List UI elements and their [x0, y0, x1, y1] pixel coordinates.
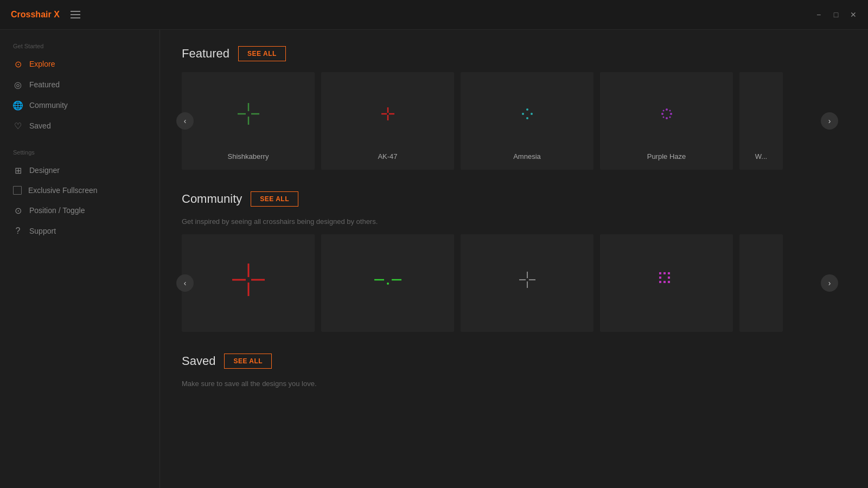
card-canvas: [182, 79, 315, 149]
card-canvas: [739, 79, 783, 149]
featured-see-all-button[interactable]: SEE ALL: [238, 46, 286, 61]
community-carousel: [182, 234, 846, 332]
svg-point-12: [666, 108, 668, 111]
svg-point-8: [526, 108, 528, 111]
sidebar: Get Started ⊙ Explore ◎ Featured 🌐 Commu…: [0, 30, 160, 488]
card-canvas: [600, 245, 733, 315]
support-icon: ?: [13, 226, 23, 236]
featured-carousel-wrapper: ‹ Shishkaberry: [182, 72, 846, 170]
community-title: Community: [182, 192, 242, 206]
partial-label: W...: [755, 149, 767, 164]
titlebar: Crosshair X − □ ✕: [0, 0, 868, 30]
svg-point-13: [666, 117, 668, 119]
sidebar-item-community-label: Community: [29, 101, 68, 110]
featured-prev-button[interactable]: ‹: [176, 112, 194, 130]
community-card-2[interactable]: [321, 234, 454, 332]
sidebar-item-support[interactable]: ? Support: [0, 221, 159, 241]
svg-rect-35: [659, 272, 661, 274]
featured-carousel: Shishkaberry AK-47: [182, 72, 846, 170]
sidebar-item-position[interactable]: ⊙ Position / Toggle: [0, 200, 159, 221]
card-canvas: [461, 245, 593, 315]
position-icon: ⊙: [13, 206, 23, 215]
amnesia-crosshair-svg: [511, 98, 544, 130]
sidebar-item-exclusive[interactable]: Exclusive Fullscreen: [0, 181, 159, 200]
sidebar-item-support-label: Support: [29, 227, 56, 235]
community-card-partial[interactable]: [739, 234, 783, 332]
sidebar-section-settings: Settings: [0, 149, 159, 156]
titlebar-controls: − □ ✕: [815, 11, 857, 18]
featured-card-partial[interactable]: W...: [739, 72, 783, 170]
amnesia-label: Amnesia: [513, 149, 541, 164]
ak47-label: AK-47: [378, 149, 397, 164]
svg-point-19: [669, 116, 671, 118]
minimize-button[interactable]: −: [815, 11, 822, 18]
content-area: Featured SEE ALL ‹: [160, 30, 868, 488]
sidebar-item-saved-label: Saved: [29, 121, 51, 130]
saved-title: Saved: [182, 354, 215, 368]
svg-point-10: [522, 113, 524, 115]
sidebar-section-get-started: Get Started: [0, 43, 159, 49]
svg-rect-31: [663, 272, 666, 274]
exclusive-icon: [13, 186, 22, 195]
sidebar-item-featured-label: Featured: [29, 80, 60, 89]
sidebar-item-explore-label: Explore: [29, 60, 55, 68]
community-crosshair-3-svg: [508, 261, 546, 299]
svg-point-15: [670, 113, 672, 115]
sidebar-item-designer-label: Designer: [29, 166, 60, 175]
saved-see-all-button[interactable]: SEE ALL: [224, 354, 272, 369]
shishkaberry-crosshair-svg: [232, 98, 265, 130]
community-prev-button[interactable]: ‹: [176, 274, 194, 292]
community-card-3[interactable]: [461, 234, 593, 332]
community-next-button[interactable]: ›: [821, 274, 838, 292]
featured-next-button[interactable]: ›: [821, 112, 838, 130]
card-canvas: [321, 79, 454, 149]
featured-card-purple-haze[interactable]: Purple Haze: [600, 72, 733, 170]
featured-header: Featured SEE ALL: [182, 46, 846, 61]
featured-card-shishkaberry[interactable]: Shishkaberry: [182, 72, 315, 170]
card-canvas: [461, 79, 593, 149]
sidebar-item-designer[interactable]: ⊞ Designer: [0, 160, 159, 181]
community-card-1[interactable]: [182, 234, 315, 332]
svg-rect-34: [663, 281, 666, 283]
ak47-crosshair-svg: [372, 98, 404, 130]
shishkaberry-label: Shishkaberry: [228, 149, 269, 164]
community-carousel-wrapper: ‹: [182, 234, 846, 332]
app-title-text: Crosshair: [11, 10, 54, 19]
featured-card-ak47[interactable]: AK-47: [321, 72, 454, 170]
purple-haze-label: Purple Haze: [647, 149, 686, 164]
svg-point-17: [669, 110, 671, 111]
svg-rect-38: [668, 281, 670, 283]
svg-rect-33: [668, 277, 670, 279]
featured-card-amnesia[interactable]: Amnesia: [461, 72, 593, 170]
sidebar-item-community[interactable]: 🌐 Community: [0, 95, 159, 115]
close-button[interactable]: ✕: [850, 11, 857, 18]
svg-rect-37: [659, 281, 661, 283]
community-card-4[interactable]: [600, 234, 733, 332]
card-canvas: [321, 245, 454, 315]
community-description: Get inspired by seeing all crosshairs be…: [182, 217, 846, 226]
menu-icon[interactable]: [71, 11, 80, 18]
sidebar-item-saved[interactable]: ♡ Saved: [0, 115, 159, 136]
app-title: Crosshair X: [11, 10, 60, 20]
community-see-all-button[interactable]: SEE ALL: [251, 191, 298, 207]
sidebar-item-position-label: Position / Toggle: [29, 206, 85, 215]
sidebar-item-featured[interactable]: ◎ Featured: [0, 74, 159, 95]
community-crosshair-4-svg: [648, 261, 686, 299]
featured-title: Featured: [182, 47, 229, 61]
svg-point-9: [526, 117, 528, 119]
community-header: Community SEE ALL: [182, 191, 846, 207]
app-title-highlight: X: [54, 10, 60, 19]
svg-rect-32: [659, 277, 661, 279]
sidebar-item-explore[interactable]: ⊙ Explore: [0, 54, 159, 74]
card-canvas: [600, 79, 733, 149]
svg-point-11: [531, 113, 533, 115]
community-icon: 🌐: [13, 100, 23, 110]
svg-point-16: [662, 110, 664, 111]
sidebar-settings: Settings ⊞ Designer Exclusive Fullscreen…: [0, 149, 159, 241]
community-crosshair-1-svg: [229, 261, 267, 299]
main-layout: Get Started ⊙ Explore ◎ Featured 🌐 Commu…: [0, 30, 868, 488]
svg-point-18: [662, 116, 664, 118]
maximize-button[interactable]: □: [832, 11, 840, 18]
saved-icon: ♡: [13, 121, 23, 131]
svg-point-14: [661, 113, 663, 115]
